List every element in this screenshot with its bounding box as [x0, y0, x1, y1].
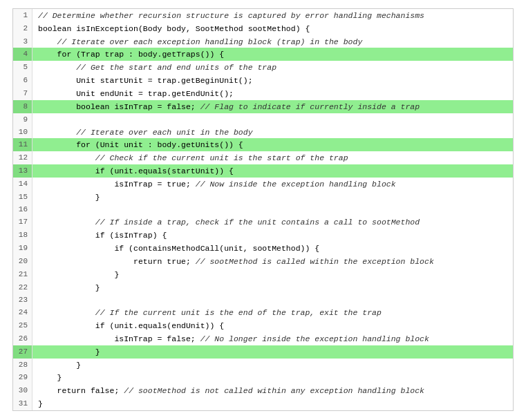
code-line: 20 return true; // sootMethod is called …	[13, 255, 513, 268]
line-text: for (Unit unit : body.getUnits()) {	[32, 138, 513, 151]
line-text: if (unit.equals(endUnit)) {	[32, 319, 513, 332]
line-number: 13	[13, 164, 32, 178]
line-text: // If the current unit is the end of the…	[32, 306, 513, 319]
code-line: 27 }	[13, 345, 513, 359]
code-line: 10 // Iterate over each unit in the body	[13, 126, 513, 139]
line-number: 23	[13, 294, 32, 306]
code-line: 8 boolean isInTrap = false; // Flag to i…	[13, 100, 513, 113]
line-number: 15	[13, 191, 32, 204]
line-number: 9	[13, 113, 32, 126]
line-text: Unit startUnit = trap.getBeginUnit();	[32, 74, 513, 87]
line-text: // Check if the current unit is the star…	[32, 151, 513, 164]
line-text: if (containsMethodCall(unit, sootMethod)…	[32, 242, 513, 255]
line-number: 12	[13, 151, 32, 164]
line-number: 7	[13, 87, 32, 100]
line-number: 25	[13, 319, 32, 332]
code-line: 1// Determine whether recursion structur…	[13, 9, 513, 22]
line-number: 2	[13, 22, 32, 35]
line-text: isInTrap = true; // Now inside the excep…	[32, 178, 513, 191]
line-text: // Iterate over each unit in the body	[32, 126, 513, 139]
line-number: 28	[13, 359, 32, 372]
line-number: 6	[13, 74, 32, 87]
code-line: 12 // Check if the current unit is the s…	[13, 151, 513, 164]
line-text: }	[32, 268, 513, 281]
line-text: isInTrap = false; // No longer inside th…	[32, 332, 513, 345]
code-listing: 1// Determine whether recursion structur…	[12, 8, 514, 411]
code-line: 11 for (Unit unit : body.getUnits()) {	[13, 138, 513, 151]
line-text: // Determine whether recursion structure…	[32, 9, 513, 22]
code-line: 4 for (Trap trap : body.getTraps()) {	[13, 48, 513, 61]
line-number: 22	[13, 281, 32, 294]
code-line: 29 }	[13, 371, 513, 384]
line-number: 19	[13, 242, 32, 255]
line-text: }	[32, 397, 513, 410]
code-line: 3 // Iterate over each exception handlin…	[13, 35, 513, 48]
code-line: 17 // If inside a trap, check if the uni…	[13, 216, 513, 229]
line-number: 17	[13, 216, 32, 229]
line-text: }	[32, 191, 513, 204]
line-text: return true; // sootMethod is called wit…	[32, 255, 513, 268]
line-number: 5	[13, 61, 32, 74]
line-number: 3	[13, 35, 32, 48]
line-text: return false; // sootMethod is not calle…	[32, 384, 513, 397]
line-number: 16	[13, 203, 32, 216]
code-line: 24 // If the current unit is the end of …	[13, 306, 513, 319]
code-line: 7 Unit endUnit = trap.getEndUnit();	[13, 87, 513, 100]
code-line: 26 isInTrap = false; // No longer inside…	[13, 332, 513, 345]
code-line: 5 // Get the start and end units of the …	[13, 61, 513, 74]
line-number: 21	[13, 268, 32, 281]
code-line: 31}	[13, 397, 513, 410]
line-text: }	[32, 359, 513, 372]
line-text: Unit endUnit = trap.getEndUnit();	[32, 87, 513, 100]
code-line: 19 if (containsMethodCall(unit, sootMeth…	[13, 242, 513, 255]
line-number: 8	[13, 100, 32, 113]
line-text: boolean isInException(Body body, SootMet…	[32, 22, 513, 35]
line-number: 11	[13, 138, 32, 151]
line-text: // Get the start and end units of the tr…	[32, 61, 513, 74]
line-number: 20	[13, 255, 32, 268]
line-text: }	[32, 345, 513, 359]
line-text: boolean isInTrap = false; // Flag to ind…	[32, 100, 513, 113]
line-text: if (isInTrap) {	[32, 229, 513, 242]
code-line: 2boolean isInException(Body body, SootMe…	[13, 22, 513, 35]
line-text	[32, 203, 513, 216]
line-number: 29	[13, 371, 32, 384]
line-number: 1	[13, 9, 32, 22]
code-line: 9	[13, 113, 513, 126]
code-line: 23	[13, 294, 513, 306]
line-number: 26	[13, 332, 32, 345]
line-number: 4	[13, 48, 32, 61]
code-line: 15 }	[13, 191, 513, 204]
line-number: 10	[13, 126, 32, 139]
code-line: 18 if (isInTrap) {	[13, 229, 513, 242]
code-line: 25 if (unit.equals(endUnit)) {	[13, 319, 513, 332]
line-text	[32, 113, 513, 126]
line-text: // If inside a trap, check if the unit c…	[32, 216, 513, 229]
code-line: 28 }	[13, 359, 513, 372]
line-text: // Iterate over each exception handling …	[32, 35, 513, 48]
code-line: 21 }	[13, 268, 513, 281]
line-text: }	[32, 371, 513, 384]
code-line: 13 if (unit.equals(startUnit)) {	[13, 164, 513, 178]
line-number: 14	[13, 178, 32, 191]
code-line: 16	[13, 203, 513, 216]
line-number: 31	[13, 397, 32, 410]
code-line: 30 return false; // sootMethod is not ca…	[13, 384, 513, 397]
code-line: 22 }	[13, 281, 513, 294]
line-text: }	[32, 281, 513, 294]
line-text	[32, 294, 513, 306]
line-text: if (unit.equals(startUnit)) {	[32, 164, 513, 178]
line-number: 24	[13, 306, 32, 319]
line-text: for (Trap trap : body.getTraps()) {	[32, 48, 513, 61]
line-number: 27	[13, 345, 32, 359]
line-number: 18	[13, 229, 32, 242]
code-line: 14 isInTrap = true; // Now inside the ex…	[13, 178, 513, 191]
line-number: 30	[13, 384, 32, 397]
code-line: 6 Unit startUnit = trap.getBeginUnit();	[13, 74, 513, 87]
page-container: 1// Determine whether recursion structur…	[0, 0, 526, 420]
